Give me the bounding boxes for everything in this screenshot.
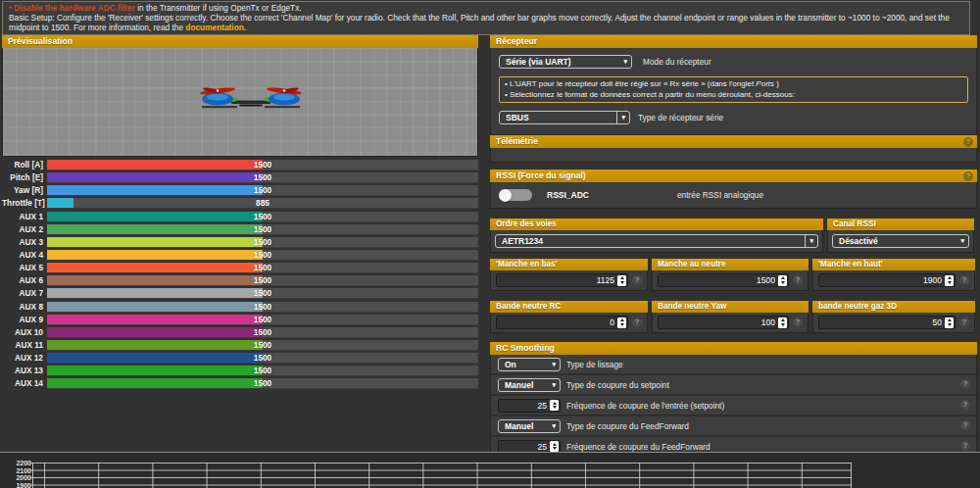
rc-deadband-header: Bande neutre RC: [490, 301, 648, 313]
stick-max-input[interactable]: 1900: [818, 273, 956, 287]
stick-max-value: 1900: [923, 275, 942, 285]
serial-provider-value: SBUS: [506, 113, 612, 122]
spinner-control[interactable]: [945, 317, 954, 328]
spinner-control[interactable]: [550, 400, 559, 411]
spinner-control[interactable]: [550, 441, 559, 452]
documentation-link[interactable]: documentation.: [185, 23, 246, 32]
channel-track: 1500: [47, 185, 478, 196]
rssi-panel-header: RSSI (Force du signal) ?: [490, 170, 977, 182]
help-icon[interactable]: ?: [959, 317, 969, 327]
model-preview-canvas[interactable]: [2, 48, 478, 157]
setpoint-cutoff-freq-label: Fréquence de coupure de l'entrée (setpoi…: [566, 401, 724, 411]
channel-label: AUX 6: [2, 275, 43, 286]
rc-deadband-input[interactable]: 0: [496, 316, 628, 329]
preview-panel-header: Prévisualisation: [2, 35, 478, 48]
channel-row: Yaw [R]1500: [2, 185, 478, 196]
channel-value: 1500: [47, 378, 478, 389]
rc-deadband-value: 0: [610, 317, 614, 327]
stick-center-header: Manche au neutre: [652, 259, 808, 270]
channel-track: 1500: [47, 263, 478, 273]
help-icon[interactable]: ?: [959, 275, 969, 285]
help-icon[interactable]: ?: [960, 441, 970, 451]
rssi-adc-toggle[interactable]: [499, 189, 532, 201]
spinner-control[interactable]: [945, 275, 954, 286]
channel-label: AUX 11: [2, 340, 43, 351]
help-icon[interactable]: ?: [632, 317, 642, 327]
channel-value: 1500: [47, 185, 478, 196]
rc-smoothing-panel: RC Smoothing On▾ Type de lissage Manuel▾…: [490, 342, 977, 457]
rssi-channel-value: Désactivé: [839, 236, 956, 246]
setpoint-cutoff-type-value: Manuel: [505, 380, 548, 390]
channel-value: 1500: [47, 340, 478, 351]
feedforward-cutoff-type-label: Type de coupure du FeedForward: [566, 421, 689, 431]
spinner-control[interactable]: [617, 317, 626, 328]
setpoint-cutoff-freq-input[interactable]: 25: [498, 399, 561, 413]
help-icon[interactable]: ?: [960, 420, 970, 430]
channel-track: 1500: [47, 275, 478, 286]
chevron-down-icon: ▾: [616, 112, 625, 123]
rssi-channel-select[interactable]: Désactivé ▾: [832, 234, 969, 248]
preview-panel: Prévisualisation: [2, 35, 478, 157]
spinner-control[interactable]: [778, 275, 787, 286]
yaw-deadband-panel: Bande neutre Yaw 100 ?: [652, 301, 808, 333]
serial-provider-select[interactable]: SBUS ▾: [499, 111, 630, 124]
help-icon[interactable]: ?: [960, 400, 970, 410]
channel-track: 1500: [47, 288, 478, 299]
feedforward-cutoff-type-select[interactable]: Manuel▾: [498, 419, 561, 433]
channel-row: AUX 41500: [2, 250, 478, 261]
channel-row: AUX 131500: [2, 366, 478, 376]
channel-label: AUX 14: [2, 378, 43, 389]
channel-row: AUX 121500: [2, 353, 478, 364]
spinner-control[interactable]: [617, 275, 626, 286]
stick-min-header: 'Manche en bas': [490, 259, 648, 270]
toggle-knob: [499, 189, 512, 202]
yaw-deadband-header: Bande neutre Yaw: [652, 301, 808, 313]
setpoint-cutoff-type-row: Manuel▾ Type de coupure du setpoint ?: [491, 373, 976, 394]
throttle-3d-deadband-header: bande neutre gaz 3D: [812, 301, 975, 313]
note-line1-italic: Ports: [756, 79, 774, 88]
throttle-3d-deadband-input[interactable]: 50: [818, 316, 956, 329]
rc-deadband-panel: Bande neutre RC 0 ?: [490, 301, 648, 333]
feedforward-cutoff-freq-value: 25: [538, 442, 547, 452]
channel-row: AUX 141500: [2, 378, 478, 389]
receiver-mode-select[interactable]: Série (via UART) ▾: [499, 55, 632, 69]
stick-min-input[interactable]: 1125: [496, 273, 628, 287]
setpoint-cutoff-freq-value: 25: [538, 401, 547, 411]
channel-map-select[interactable]: AETR1234 ▾: [495, 234, 818, 248]
feedforward-cutoff-type-row: Manuel▾ Type de coupure du FeedForward ?: [491, 415, 976, 435]
channel-value: 1500: [47, 172, 478, 183]
help-icon[interactable]: ?: [963, 171, 973, 181]
banner-warning-rest: in the Transmitter if using OpenTx or Ed…: [135, 3, 302, 13]
yaw-deadband-value: 100: [761, 317, 775, 327]
telemetry-panel-header: Télémétrie ?: [490, 135, 977, 148]
channel-row: Pitch [E]1500: [2, 172, 478, 183]
help-icon[interactable]: ?: [793, 317, 803, 327]
smoothing-type-select[interactable]: On▾: [498, 358, 561, 371]
smoothing-type-label: Type de lissage: [566, 360, 623, 369]
help-icon[interactable]: ?: [632, 275, 642, 285]
channel-track: 1500: [47, 366, 478, 376]
channel-value: 1500: [47, 366, 478, 376]
channel-label: AUX 2: [2, 224, 43, 235]
help-icon[interactable]: ?: [960, 379, 970, 389]
setpoint-cutoff-type-select[interactable]: Manuel▾: [498, 378, 561, 392]
spinner-control[interactable]: [778, 317, 787, 328]
channel-track: 1500: [47, 212, 478, 222]
stick-min-panel: 'Manche en bas' 1125 ?: [490, 259, 648, 291]
help-icon[interactable]: ?: [963, 137, 973, 147]
chevron-down-icon: ▾: [552, 361, 556, 368]
throttle-3d-deadband-value: 50: [933, 317, 942, 327]
channel-value: 1500: [47, 275, 478, 286]
channel-map-header: Ordre des voies: [490, 219, 823, 230]
channel-label: AUX 10: [2, 327, 43, 338]
stick-center-input[interactable]: 1500: [658, 273, 789, 287]
stick-min-value: 1125: [597, 275, 614, 285]
yaw-deadband-input[interactable]: 100: [658, 316, 789, 329]
channel-value: 1500: [47, 327, 478, 338]
channel-track: 1500: [47, 250, 478, 261]
channel-row: AUX 71500: [2, 288, 478, 299]
channel-value: 1500: [47, 160, 478, 171]
channel-row: AUX 81500: [2, 302, 478, 313]
help-icon[interactable]: ?: [793, 275, 803, 285]
channel-label: Pitch [E]: [2, 172, 43, 183]
